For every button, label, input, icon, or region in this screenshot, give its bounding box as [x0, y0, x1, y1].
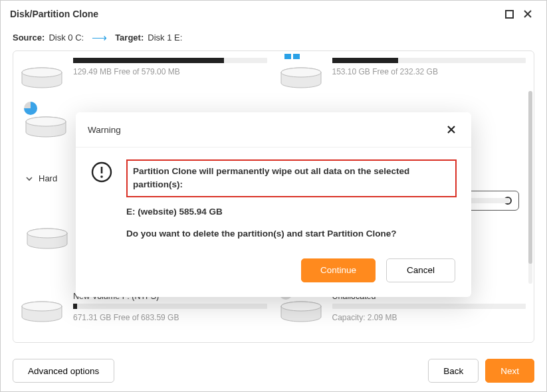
- partition-line: E: (website) 585.94 GB: [126, 207, 457, 217]
- disk-row-1: 129.49 MB Free of 579.00 MB 153.10 GB Fr…: [21, 56, 526, 88]
- advanced-options-button[interactable]: Advanced options: [13, 359, 114, 383]
- free-text: 671.31 GB Free of 683.59 GB: [73, 313, 267, 322]
- usage-bar: [73, 58, 267, 63]
- disk-icon: [21, 290, 64, 322]
- svg-rect-0: [506, 11, 513, 18]
- svg-point-8: [27, 229, 67, 238]
- partition-card[interactable]: 153.10 GB Free of 232.32 GB: [280, 56, 526, 88]
- source-target-row: Source: Disk 0 C: ⟶ Target: Disk 1 E:: [1, 27, 546, 50]
- disk-icon: [25, 106, 68, 138]
- next-button[interactable]: Next: [485, 359, 534, 383]
- free-text: 129.49 MB Free of 579.00 MB: [73, 67, 267, 76]
- dialog-close-button[interactable]: [443, 122, 459, 138]
- chevron-down-icon: [25, 175, 33, 183]
- svg-point-4: [281, 68, 321, 77]
- svg-point-15: [100, 175, 103, 178]
- cancel-button[interactable]: Cancel: [386, 258, 455, 282]
- pie-icon: [24, 102, 37, 115]
- disk-icon: [21, 56, 64, 88]
- arrow-icon: ⟶: [92, 31, 107, 44]
- dialog-title: Warning: [88, 125, 443, 135]
- warning-highlight: Partition Clone will permanently wipe ou…: [126, 159, 457, 197]
- svg-point-12: [281, 302, 321, 311]
- scrollbar-thumb[interactable]: [528, 91, 532, 264]
- target-label: Target:: [115, 33, 144, 43]
- usage-bar: [332, 304, 526, 309]
- back-button[interactable]: Back: [428, 359, 479, 383]
- svg-point-2: [22, 68, 62, 77]
- disk-icon: [27, 217, 69, 249]
- warning-icon: [90, 161, 113, 183]
- warning-dialog: Warning Partition Clone will permanently…: [76, 112, 471, 297]
- footer: Advanced options Back Next: [1, 350, 546, 391]
- maximize-button[interactable]: [500, 5, 518, 23]
- svg-point-10: [22, 302, 62, 311]
- disk-icon: [280, 56, 323, 88]
- dialog-header: Warning: [76, 112, 471, 147]
- free-text: Capacity: 2.09 MB: [332, 313, 526, 322]
- close-button[interactable]: [518, 5, 537, 23]
- titlebar: Disk/Partition Clone: [1, 1, 546, 27]
- svg-point-6: [26, 117, 66, 126]
- window-title: Disk/Partition Clone: [10, 9, 500, 19]
- usage-bar: [332, 58, 526, 63]
- continue-button[interactable]: Continue: [301, 258, 376, 282]
- target-value: Disk 1 E:: [148, 33, 182, 43]
- free-text: 153.10 GB Free of 232.32 GB: [332, 67, 526, 76]
- source-value: Disk 0 C:: [49, 33, 84, 43]
- expand-label: Hard: [39, 173, 57, 183]
- usage-bar: [73, 304, 267, 309]
- window: Disk/Partition Clone Source: Disk 0 C: ⟶…: [0, 0, 547, 392]
- partition-card[interactable]: 129.49 MB Free of 579.00 MB: [21, 56, 267, 88]
- source-label: Source:: [13, 33, 45, 43]
- confirm-question: Do you want to delete the partition(s) a…: [126, 229, 457, 239]
